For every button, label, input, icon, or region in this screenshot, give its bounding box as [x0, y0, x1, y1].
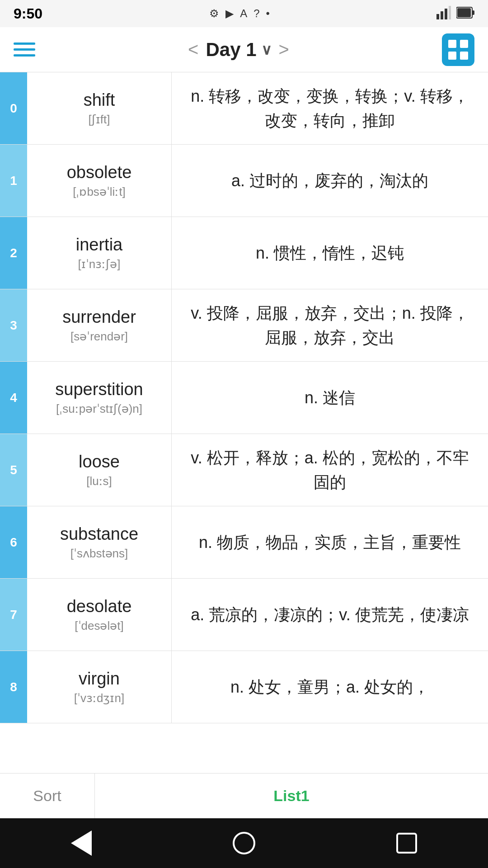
svg-rect-1 [441, 11, 443, 19]
word-english-col: surrender [səˈrendər] [27, 289, 172, 361]
word-english-col: desolate [ˈdesələt] [27, 579, 172, 651]
play-icon: ▶ [225, 7, 234, 20]
svg-rect-3 [449, 6, 451, 19]
grid-icon [447, 39, 469, 61]
word-text: loose [79, 452, 120, 472]
word-chinese: v. 松开，释放；a. 松的，宽松的，不牢固的 [172, 434, 488, 506]
home-icon [233, 832, 255, 854]
battery-icon [456, 6, 474, 21]
word-index: 8 [0, 651, 27, 723]
sort-tab[interactable]: Sort [0, 774, 95, 818]
word-text: desolate [67, 597, 132, 616]
word-index: 1 [0, 145, 27, 217]
word-text: virgin [79, 669, 120, 689]
word-english-col: loose [luːs] [27, 434, 172, 506]
table-row[interactable]: 7 desolate [ˈdesələt] a. 荒凉的，凄凉的；v. 使荒芜，… [0, 579, 488, 651]
status-bar: 9:50 ⚙ ▶ A ? • [0, 0, 488, 27]
word-english-col: virgin [ˈvɜːdʒɪn] [27, 651, 172, 723]
gear-icon: ⚙ [209, 7, 219, 20]
word-chinese: n. 处女，童男；a. 处女的， [172, 651, 488, 723]
status-right [436, 6, 474, 21]
word-index: 5 [0, 434, 27, 506]
word-phonetic: [ˌsuːpərˈstɪʃ(ə)n] [56, 402, 142, 416]
dot-icon: • [266, 7, 270, 20]
day-title-text: Day 1 [206, 39, 256, 61]
table-row[interactable]: 2 inertia [ɪˈnɜːʃə] n. 惯性，惰性，迟钝 [0, 217, 488, 289]
bottom-tabs: Sort List1 [0, 773, 488, 818]
word-chinese: v. 投降，屈服，放弃，交出；n. 投降，屈服，放弃，交出 [172, 289, 488, 361]
word-text: substance [60, 524, 138, 544]
back-button[interactable] [63, 825, 99, 861]
prev-day-button[interactable]: < [188, 39, 198, 60]
word-phonetic: [ɪˈnɜːʃə] [78, 257, 121, 271]
svg-rect-0 [436, 14, 439, 19]
word-phonetic: [ˌɒbsəˈliːt] [73, 185, 126, 199]
a-icon: A [240, 7, 247, 20]
word-phonetic: [ʃɪft] [89, 113, 110, 127]
table-row[interactable]: 1 obsolete [ˌɒbsəˈliːt] a. 过时的，废弃的，淘汰的 [0, 145, 488, 217]
word-index: 7 [0, 579, 27, 651]
word-phonetic: [ˈvɜːdʒɪn] [74, 691, 124, 705]
recents-icon [396, 833, 417, 854]
word-text: surrender [62, 307, 136, 327]
word-english-col: inertia [ɪˈnɜːʃə] [27, 217, 172, 289]
svg-rect-2 [445, 9, 447, 19]
list1-tab[interactable]: List1 [95, 774, 488, 818]
word-english-col: shift [ʃɪft] [27, 72, 172, 144]
menu-button[interactable] [14, 42, 35, 57]
wifi-icon: ? [253, 7, 259, 20]
back-icon [71, 830, 92, 856]
table-row[interactable]: 8 virgin [ˈvɜːdʒɪn] n. 处女，童男；a. 处女的， [0, 651, 488, 723]
word-chinese: a. 过时的，废弃的，淘汰的 [172, 145, 488, 217]
word-text: inertia [76, 235, 123, 255]
word-chinese: n. 物质，物品，实质，主旨，重要性 [172, 506, 488, 578]
table-row[interactable]: 4 superstition [ˌsuːpərˈstɪʃ(ə)n] n. 迷信 [0, 362, 488, 434]
word-chinese: a. 荒凉的，凄凉的；v. 使荒芜，使凄凉 [172, 579, 488, 651]
word-chinese: n. 惯性，惰性，迟钝 [172, 217, 488, 289]
table-row[interactable]: 0 shift [ʃɪft] n. 转移，改变，变换，转换；v. 转移，改变，转… [0, 72, 488, 145]
word-chinese: n. 转移，改变，变换，转换；v. 转移，改变，转向，推卸 [172, 72, 488, 144]
menu-line-2 [14, 48, 35, 51]
svg-rect-10 [460, 52, 468, 60]
word-phonetic: [ˈsʌbstəns] [70, 547, 128, 561]
word-phonetic: [ˈdesələt] [75, 619, 123, 633]
svg-rect-9 [448, 52, 456, 60]
svg-rect-8 [460, 40, 468, 48]
table-row[interactable]: 6 substance [ˈsʌbstəns] n. 物质，物品，实质，主旨，重… [0, 506, 488, 579]
word-english-col: obsolete [ˌɒbsəˈliːt] [27, 145, 172, 217]
svg-rect-6 [457, 8, 471, 17]
top-nav: < Day 1 ∨ > [0, 27, 488, 72]
word-index: 0 [0, 72, 27, 144]
word-phonetic: [luːs] [86, 474, 112, 488]
svg-rect-7 [448, 40, 456, 48]
svg-rect-5 [472, 10, 474, 15]
menu-line-1 [14, 42, 35, 45]
word-english-col: superstition [ˌsuːpərˈstɪʃ(ə)n] [27, 362, 172, 434]
status-icons: ⚙ ▶ A ? • [209, 7, 270, 20]
word-index: 4 [0, 362, 27, 434]
menu-line-3 [14, 54, 35, 57]
home-button[interactable] [226, 825, 262, 861]
word-english-col: substance [ˈsʌbstəns] [27, 506, 172, 578]
next-day-button[interactable]: > [279, 39, 289, 60]
word-phonetic: [səˈrendər] [70, 330, 128, 344]
recents-button[interactable] [389, 825, 425, 861]
word-index: 2 [0, 217, 27, 289]
signal-icon [436, 6, 451, 21]
status-time: 9:50 [14, 5, 42, 22]
word-index: 6 [0, 506, 27, 578]
table-row[interactable]: 5 loose [luːs] v. 松开，释放；a. 松的，宽松的，不牢固的 [0, 434, 488, 506]
table-row[interactable]: 3 surrender [səˈrendər] v. 投降，屈服，放弃，交出；n… [0, 289, 488, 362]
system-nav-bar [0, 818, 488, 868]
word-chinese: n. 迷信 [172, 362, 488, 434]
word-list: 0 shift [ʃɪft] n. 转移，改变，变换，转换；v. 转移，改变，转… [0, 72, 488, 773]
word-index: 3 [0, 289, 27, 361]
chevron-down-icon: ∨ [261, 41, 272, 58]
word-text: obsolete [67, 163, 132, 182]
word-text: superstition [55, 380, 143, 399]
day-title[interactable]: Day 1 ∨ [206, 39, 271, 61]
nav-title-area: < Day 1 ∨ > [188, 39, 289, 61]
word-text: shift [84, 90, 115, 110]
grid-view-button[interactable] [442, 33, 474, 66]
